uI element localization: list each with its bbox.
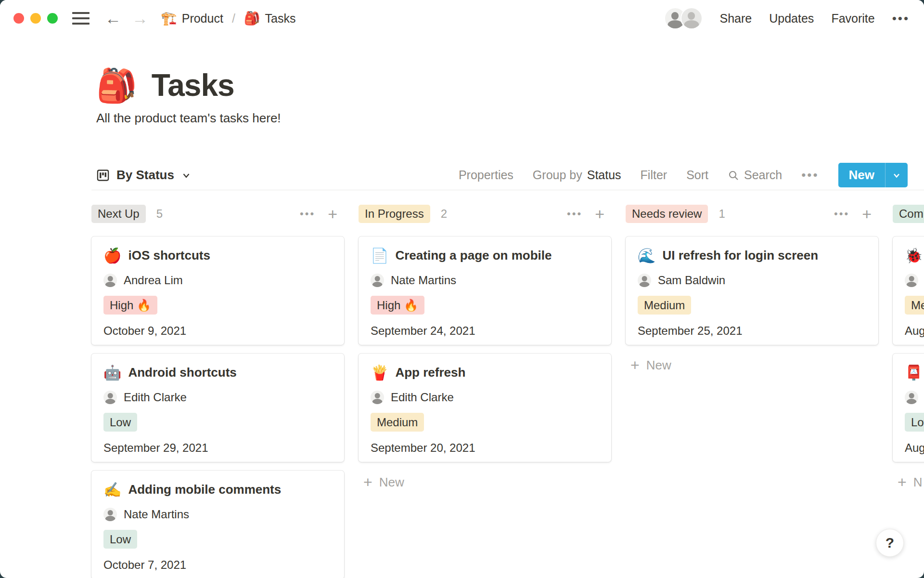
column-more-icon[interactable]: ••• (567, 208, 582, 220)
add-card-button[interactable]: + N (893, 471, 924, 494)
robot-icon: 🤖 (103, 366, 121, 380)
sort-button[interactable]: Sort (686, 168, 708, 182)
filter-button[interactable]: Filter (641, 168, 667, 182)
avatar (103, 391, 117, 404)
forward-icon[interactable]: → (132, 10, 148, 26)
group-by-label: Group by (533, 168, 582, 182)
breadcrumb-item-tasks[interactable]: 🎒 Tasks (244, 11, 296, 26)
add-card-label: New (379, 475, 404, 490)
column-completed: Com 🐞D N Med Augu 📮E N Low Augu + N (893, 205, 924, 494)
chevron-down-icon (181, 170, 192, 181)
task-card[interactable]: 🍎iOS shortcuts Andrea Lim High 🔥 October… (91, 236, 344, 345)
task-card[interactable]: 📮E N Low Augu (893, 354, 924, 462)
plus-icon: + (363, 474, 372, 490)
assignee-name: Andrea Lim (124, 274, 183, 287)
priority-badge: Low (905, 413, 924, 432)
plus-icon: + (630, 357, 640, 373)
column-status-pill[interactable]: Needs review (626, 205, 708, 223)
favorite-button[interactable]: Favorite (831, 12, 874, 26)
postbox-icon: 📮 (905, 366, 923, 380)
task-card[interactable]: 🌊UI refresh for login screen Sam Baldwin… (626, 236, 878, 345)
help-button[interactable]: ? (876, 529, 904, 557)
avatar (905, 274, 918, 287)
search-button[interactable]: Search (728, 168, 782, 182)
due-date: September 29, 2021 (103, 441, 332, 455)
apple-icon: 🍎 (103, 249, 121, 263)
due-date: September 25, 2021 (638, 324, 866, 338)
sidebar-menu-icon[interactable] (72, 12, 90, 25)
back-icon[interactable]: ← (105, 10, 121, 26)
page-backpack-icon[interactable]: 🎒 (96, 69, 137, 102)
priority-badge: Medium (638, 296, 691, 315)
due-date: October 7, 2021 (103, 558, 332, 572)
more-options-icon[interactable]: ••• (892, 11, 910, 26)
writing-hand-icon: ✍️ (103, 483, 121, 497)
column-add-icon[interactable]: + (595, 206, 604, 222)
properties-button[interactable]: Properties (459, 168, 513, 182)
new-button[interactable]: New (838, 163, 885, 187)
column-next-up: Next Up 5 ••• + 🍎iOS shortcuts Andrea Li… (91, 205, 344, 578)
column-more-icon[interactable]: ••• (834, 208, 849, 220)
fries-icon: 🍟 (371, 366, 388, 380)
avatar (371, 274, 384, 287)
card-title: Adding mobile comments (128, 482, 281, 497)
zoom-window-icon[interactable] (47, 13, 58, 24)
chevron-down-icon (892, 171, 901, 180)
page-subtitle[interactable]: All the product team's tasks here! (96, 111, 924, 126)
page-title[interactable]: Tasks (152, 67, 234, 103)
avatar (371, 391, 384, 404)
add-card-label: N (913, 475, 923, 490)
task-card[interactable]: 🤖Android shortcuts Edith Clarke Low Sept… (91, 354, 344, 462)
task-card[interactable]: 📄Creating a page on mobile Nate Martins … (359, 236, 611, 345)
column-status-pill[interactable]: Com (893, 205, 924, 223)
add-card-label: New (646, 358, 671, 373)
breadcrumb-separator: / (232, 12, 235, 26)
card-title: Android shortcuts (128, 365, 236, 380)
avatar (680, 7, 703, 29)
help-label: ? (886, 535, 894, 551)
task-card[interactable]: 🐞D N Med Augu (893, 236, 924, 345)
breadcrumb: 🏗️ Product / 🎒 Tasks (161, 11, 295, 26)
priority-badge: Low (103, 413, 137, 432)
column-needs-review: Needs review 1 ••• + 🌊UI refresh for log… (626, 205, 878, 377)
breadcrumb-label: Tasks (265, 12, 296, 26)
updates-button[interactable]: Updates (769, 12, 814, 26)
assignee-name: Edith Clarke (391, 391, 454, 404)
priority-badge: Medium (371, 413, 424, 432)
due-date: September 24, 2021 (371, 324, 599, 338)
view-more-options-icon[interactable]: ••• (801, 168, 819, 183)
card-title: iOS shortcuts (128, 248, 210, 263)
group-by-button[interactable]: Group by Status (533, 168, 621, 182)
card-title: Creating a page on mobile (395, 248, 552, 263)
breadcrumb-label: Product (182, 12, 223, 26)
breadcrumb-item-product[interactable]: 🏗️ Product (161, 11, 223, 26)
task-card[interactable]: 🍟App refresh Edith Clarke Medium Septemb… (359, 354, 611, 462)
avatar (103, 508, 117, 521)
column-more-icon[interactable]: ••• (300, 208, 315, 220)
view-switcher[interactable]: By Status (96, 168, 192, 183)
column-add-icon[interactable]: + (862, 206, 872, 222)
app-window: ← → 🏗️ Product / 🎒 Tasks Share Updates F… (0, 0, 924, 578)
search-label: Search (744, 168, 782, 182)
add-card-button[interactable]: + New (359, 471, 611, 494)
column-add-icon[interactable]: + (328, 206, 337, 222)
due-date: September 20, 2021 (371, 441, 599, 455)
close-window-icon[interactable] (13, 13, 24, 24)
collaborator-avatars[interactable] (664, 7, 703, 29)
column-status-pill[interactable]: Next Up (91, 205, 146, 223)
new-button-dropdown[interactable] (885, 163, 908, 187)
column-count: 5 (156, 207, 163, 221)
share-button[interactable]: Share (720, 12, 752, 26)
top-bar: ← → 🏗️ Product / 🎒 Tasks Share Updates F… (0, 0, 924, 37)
task-card[interactable]: ✍️Adding mobile comments Nate Martins Lo… (91, 471, 344, 578)
priority-badge: High 🔥 (371, 296, 424, 315)
minimize-window-icon[interactable] (30, 13, 41, 24)
avatar (103, 274, 117, 287)
add-card-button[interactable]: + New (626, 354, 878, 377)
plus-icon: + (898, 474, 907, 490)
column-count: 1 (719, 207, 725, 221)
wave-icon: 🌊 (638, 249, 655, 263)
priority-badge: Low (103, 530, 137, 549)
column-status-pill[interactable]: In Progress (359, 205, 430, 223)
assignee-name: Nate Martins (391, 274, 456, 287)
